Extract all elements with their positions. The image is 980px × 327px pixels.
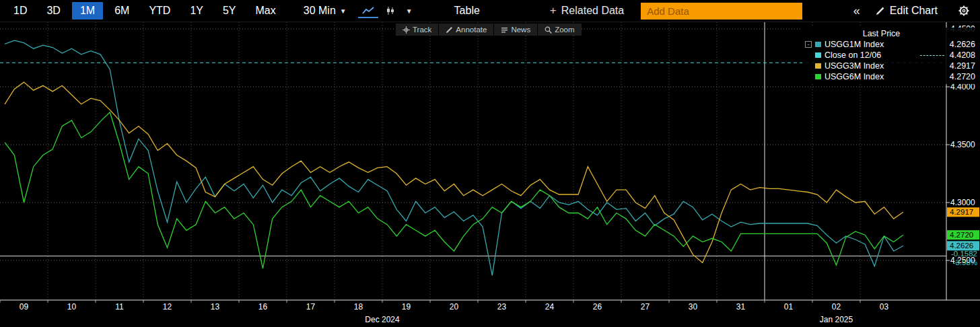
series-line-usgg3m[interactable] (5, 82, 903, 262)
chevron-down-icon: ▼ (340, 7, 347, 15)
x-axis-label: 02 (832, 302, 841, 312)
gear-icon (958, 5, 970, 17)
series-last-price: 4.2626 (950, 40, 975, 49)
add-data-input[interactable] (641, 3, 802, 20)
range-button-max[interactable]: Max (248, 2, 284, 20)
pencil-icon (446, 26, 453, 34)
legend-row-close-12-06[interactable]: Close on 12/06 4.4208 (805, 50, 975, 61)
range-button-1d[interactable]: 1D (5, 2, 35, 20)
related-data-label: Related Data (561, 5, 624, 17)
series-name: Close on 12/06 (825, 50, 881, 60)
range-button-3d[interactable]: 3D (38, 2, 68, 20)
line-chart-icon (361, 5, 375, 16)
x-axis-label: 10 (67, 302, 77, 312)
chevron-down-icon: ▼ (406, 7, 413, 15)
x-axis-label: 27 (641, 302, 650, 312)
series-last-price: 4.2720 (950, 72, 975, 81)
news-label: News (511, 26, 530, 34)
chart-tools-bar: Track Annotate News Zoom (396, 24, 582, 36)
x-axis-label: 23 (497, 302, 507, 312)
x-axis-label: 13 (211, 302, 220, 312)
legend-title: Last Price (805, 29, 975, 38)
last-price-badge-text: 4.2917 (950, 208, 973, 216)
series-swatch (815, 63, 821, 69)
x-axis-label: 11 (115, 302, 124, 312)
x-axis-label: 01 (784, 302, 794, 312)
last-price-badge-text: 4.2720 (950, 231, 973, 239)
interval-dropdown[interactable]: 30 Min ▼ (295, 2, 355, 20)
last-price-badge-text: 4.2626 (950, 242, 973, 250)
collapse-toolbar-button[interactable]: « (848, 3, 866, 20)
series-name: USGG1M Index (825, 40, 884, 49)
x-axis-label: 17 (306, 302, 316, 312)
chart-type-dropdown[interactable]: ▼ (403, 6, 416, 16)
series-last-price: 4.2917 (950, 61, 975, 71)
track-label: Track (413, 26, 431, 34)
zoom-button[interactable]: Zoom (538, 24, 581, 36)
range-button-1y[interactable]: 1Y (182, 2, 211, 20)
news-icon (501, 26, 508, 34)
news-button[interactable]: News (494, 24, 538, 36)
settings-button[interactable] (954, 3, 973, 18)
series-line-usgg6m[interactable] (5, 112, 903, 268)
edit-chart-button[interactable]: Edit Chart (869, 3, 944, 19)
y-axis-label: 4.3500 (950, 140, 975, 149)
net-change-label: -0.1582 (951, 250, 977, 258)
tree-collapse-icon[interactable]: - (805, 41, 812, 48)
net-change-label: -3.58% (953, 258, 977, 266)
dashed-line-sample (920, 55, 944, 56)
series-swatch (815, 74, 821, 79)
range-button-6m[interactable]: 6M (106, 2, 137, 20)
toolbar: 1D 3D 1M 6M YTD 1Y 5Y Max 30 Min ▼ ▼ Tab… (0, 0, 980, 22)
edit-chart-label: Edit Chart (890, 5, 938, 17)
plus-icon: + (550, 4, 557, 17)
x-axis-label: 31 (736, 302, 746, 312)
month-label: Dec 2024 (365, 315, 400, 324)
x-axis-label: 03 (880, 302, 889, 312)
track-button[interactable]: Track (396, 24, 439, 36)
x-axis-label: 12 (163, 302, 172, 312)
crosshair-icon (403, 26, 410, 34)
x-axis-label: 26 (593, 302, 602, 312)
x-axis-label: 20 (450, 302, 459, 312)
bar-chart-type-button[interactable] (382, 4, 399, 17)
zoom-label: Zoom (555, 26, 574, 34)
bar-chart-icon (385, 5, 396, 16)
range-button-1m[interactable]: 1M (72, 2, 103, 20)
series-last-price: 4.4208 (950, 50, 975, 60)
annotate-button[interactable]: Annotate (439, 24, 494, 36)
x-axis-label: 18 (354, 302, 363, 312)
chart-area: 4.45004.40004.35004.30004.25000910111213… (0, 22, 980, 327)
x-axis-label: 30 (689, 302, 698, 312)
range-button-ytd[interactable]: YTD (141, 2, 178, 20)
series-name: USGG3M Index (825, 61, 884, 71)
y-axis-label: 4.3000 (950, 198, 975, 207)
series-name: USGG6M Index (825, 72, 884, 81)
legend-row-usgg3m[interactable]: USGG3M Index 4.2917 (805, 61, 975, 71)
x-axis-label: 09 (20, 302, 29, 312)
legend-row-usgg1m[interactable]: - USGG1M Index 4.2626 (805, 39, 975, 50)
series-swatch (815, 42, 821, 47)
interval-label: 30 Min (304, 5, 336, 17)
chart-legend: Last Price - USGG1M Index 4.2626 Close o… (802, 28, 979, 84)
x-axis-label: 24 (545, 302, 555, 312)
series-swatch (815, 52, 821, 58)
line-chart-type-button[interactable] (358, 4, 378, 18)
x-axis-label: 19 (402, 302, 411, 312)
related-data-button[interactable]: + Related Data (542, 1, 632, 20)
table-button[interactable]: Table (446, 2, 488, 20)
magnifier-icon (545, 26, 552, 34)
x-axis-label: 16 (258, 302, 268, 312)
series-line-usgg1m[interactable] (5, 40, 903, 275)
pencil-icon (876, 6, 885, 15)
month-label: Jan 2025 (820, 315, 853, 324)
legend-row-usgg6m[interactable]: USGG6M Index 4.2720 (805, 71, 975, 82)
range-button-5y[interactable]: 5Y (215, 2, 244, 20)
annotate-label: Annotate (456, 26, 487, 34)
